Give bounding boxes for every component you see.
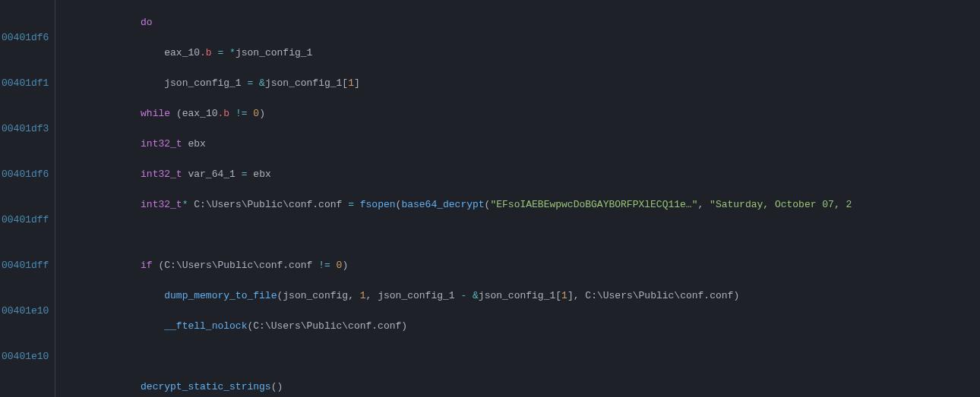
code-line[interactable]: dump_memory_to_file(json_config, 1, json… (69, 288, 980, 304)
code-line[interactable]: decrypt_static_strings() (69, 380, 980, 395)
addr: 00401e10 (2, 304, 49, 319)
addr: 00401df3 (2, 121, 49, 137)
code-line[interactable]: while (eax_10.b != 0) (69, 106, 980, 121)
code-line[interactable]: __ftell_nolock(C:\Users\Public\conf.conf… (69, 319, 980, 334)
addr: 00401dff (2, 258, 49, 273)
addr: 00401df1 (2, 76, 49, 91)
code-column[interactable]: do eax_10.b = *json_config_1 json_config… (69, 0, 980, 397)
code-line[interactable] (69, 228, 980, 243)
code-line[interactable]: json_config_1 = &json_config_1[1] (69, 76, 980, 91)
addr: 00401dff (2, 213, 49, 228)
code-line[interactable] (69, 349, 980, 364)
code-line[interactable]: int32_t ebx (69, 137, 980, 152)
code-line[interactable]: int32_t var_64_1 = ebx (69, 167, 980, 182)
code-line[interactable]: if (C:\Users\Public\conf.conf != 0) (69, 258, 980, 273)
address-column: 00401df6 00401df1 00401df3 00401df6 0040… (0, 0, 55, 397)
addr: 00401e10 (2, 349, 49, 364)
code-line[interactable]: int32_t* C:\Users\Public\conf.conf = fso… (69, 197, 980, 213)
code-line[interactable]: do (69, 15, 980, 30)
code-line[interactable]: eax_10.b = *json_config_1 (69, 46, 980, 61)
addr: 00401df6 (2, 30, 49, 46)
addr: 00401df6 (2, 167, 49, 182)
divider (55, 0, 55, 397)
